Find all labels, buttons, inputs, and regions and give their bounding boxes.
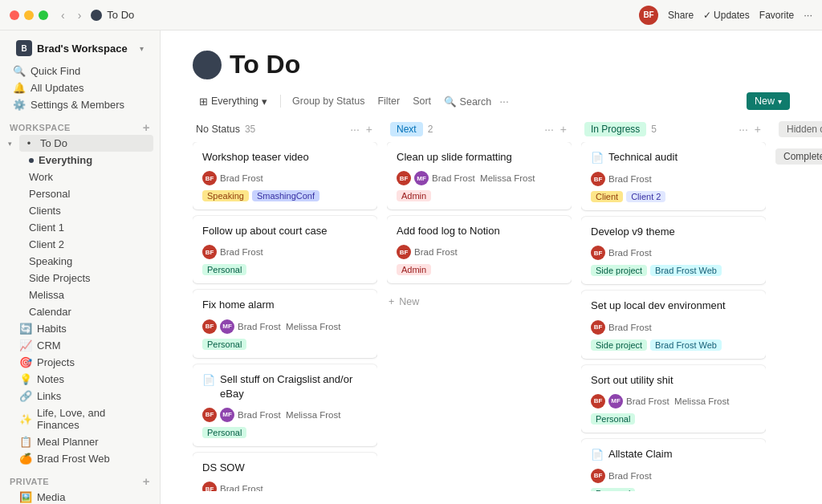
workspace-header[interactable]: B Brad's Workspace ▾ bbox=[10, 37, 150, 59]
sidebar-item-media[interactable]: 🖼️ Media bbox=[3, 489, 157, 504]
column-add-button[interactable]: + bbox=[753, 121, 763, 137]
card-user-name: Brad Frost bbox=[608, 248, 652, 258]
avatar-melissa: MF bbox=[414, 171, 429, 185]
column-add-button[interactable]: + bbox=[559, 121, 568, 137]
card-users: BF Brad Frost bbox=[202, 245, 368, 259]
card-develop-v9[interactable]: Develop v9 theme BF Brad Frost Side proj… bbox=[581, 217, 766, 284]
card-tags: Personal bbox=[202, 339, 368, 350]
sidebar-item-calendar[interactable]: Calendar bbox=[3, 303, 157, 320]
card-allstate[interactable]: 📄 Allstate Claim BF Brad Frost Personal bbox=[581, 439, 766, 491]
view-selector-button[interactable]: ⊞ Everything ▾ bbox=[193, 93, 274, 110]
card-ds-sow[interactable]: DS SOW BF Brad Frost Client Client 2 bbox=[193, 453, 377, 491]
more-options-button[interactable]: ··· bbox=[804, 9, 812, 21]
tag-personal: Personal bbox=[591, 413, 635, 425]
sidebar-item-brad-frost-web[interactable]: 🍊 Brad Frost Web bbox=[3, 450, 157, 467]
card-users: BF Brad Frost bbox=[202, 171, 368, 185]
add-workspace-item-button[interactable]: + bbox=[143, 121, 150, 133]
card-food-log[interactable]: Add food log to Notion BF Brad Frost Adm… bbox=[387, 216, 572, 283]
card-title: Fix home alarm bbox=[202, 298, 368, 312]
favorite-button[interactable]: Favorite bbox=[759, 10, 794, 21]
in-progress-cards: 📄 Technical audit BF Brad Frost Client C… bbox=[581, 142, 766, 491]
column-more-button[interactable]: ··· bbox=[348, 121, 361, 137]
sidebar-item-todo-row: ▾ • To Do bbox=[3, 135, 157, 152]
avatar-melissa: MF bbox=[608, 394, 623, 408]
sidebar-item-all-updates[interactable]: 🔔 All Updates bbox=[3, 79, 157, 96]
inprogress-count: 5 bbox=[651, 124, 657, 135]
sidebar-item-client2[interactable]: Client 2 bbox=[3, 236, 157, 253]
card-users: BF Brad Frost bbox=[397, 245, 562, 259]
bfw-icon: 🍊 bbox=[19, 453, 32, 465]
sidebar-item-melissa[interactable]: Melissa bbox=[3, 287, 157, 303]
sidebar-item-client1[interactable]: Client 1 bbox=[3, 219, 157, 236]
card-users: BF MF Brad Frost Melissa Frost bbox=[397, 171, 562, 185]
private-section-label: PRIVATE + bbox=[0, 467, 160, 489]
new-page-button[interactable]: New ▾ bbox=[747, 92, 790, 110]
card-user-name: Brad Frost Melissa Frost bbox=[432, 173, 535, 183]
sidebar-item-projects[interactable]: 🎯 Projects bbox=[3, 354, 157, 371]
sidebar-item-personal[interactable]: Personal bbox=[3, 185, 157, 202]
hidden-columns-header: Hidden columns bbox=[775, 116, 822, 142]
sidebar-item-crm[interactable]: 📈 CRM bbox=[3, 337, 157, 354]
sidebar-item-notes[interactable]: 💡 Notes bbox=[3, 371, 157, 388]
filter-button[interactable]: Filter bbox=[372, 93, 405, 109]
sidebar-item-quick-find[interactable]: 🔍 Quick Find bbox=[3, 63, 157, 79]
sidebar-item-work[interactable]: Work bbox=[3, 169, 157, 185]
card-tags: Admin bbox=[397, 264, 562, 275]
todo-toggle-arrow[interactable]: ▾ bbox=[3, 137, 16, 150]
search-button[interactable]: 🔍 Search bbox=[439, 93, 496, 110]
window-controls bbox=[10, 10, 48, 20]
close-dot[interactable] bbox=[10, 10, 19, 20]
column-in-progress: In Progress 5 ··· + 📄 Technical audit bbox=[581, 116, 766, 491]
card-workshop[interactable]: Workshop teaser video BF Brad Frost Spea… bbox=[193, 142, 377, 209]
sidebar-item-meal-planner[interactable]: 📋 Meal Planner bbox=[3, 433, 157, 450]
card-craigslist[interactable]: 📄 Sell stuff on Craigslist and/or eBay B… bbox=[193, 364, 377, 446]
sidebar-item-everything[interactable]: Everything bbox=[3, 152, 157, 169]
sidebar-item-clients[interactable]: Clients bbox=[3, 202, 157, 219]
minimize-dot[interactable] bbox=[24, 10, 34, 20]
completed-badge[interactable]: Completed 367 bbox=[775, 148, 822, 165]
next-count: 2 bbox=[428, 124, 433, 135]
maximize-dot[interactable] bbox=[39, 10, 48, 20]
sidebar-item-life-love[interactable]: ✨ Life, Love, and Finances bbox=[3, 404, 157, 433]
column-more-button[interactable]: ··· bbox=[737, 121, 750, 137]
card-user-name: Brad Frost Melissa Frost bbox=[238, 322, 340, 331]
avatar[interactable]: BF bbox=[639, 6, 658, 25]
updates-button[interactable]: ✓ Updates bbox=[703, 10, 750, 21]
card-utility[interactable]: Sort out utility shit BF MF Brad Frost M… bbox=[581, 365, 766, 433]
page-title: To Do bbox=[230, 50, 300, 79]
back-button[interactable]: ‹ bbox=[58, 7, 68, 23]
new-card-button-next[interactable]: + New bbox=[387, 293, 572, 311]
workspace-chevron-icon: ▾ bbox=[140, 44, 144, 53]
avatar-melissa: MF bbox=[220, 408, 234, 422]
card-title: Develop v9 theme bbox=[591, 225, 756, 239]
column-add-button[interactable]: + bbox=[364, 121, 374, 137]
forward-button[interactable]: › bbox=[75, 7, 85, 23]
sidebar-item-speaking[interactable]: Speaking bbox=[3, 253, 157, 270]
card-user-name: Brad Frost bbox=[220, 173, 263, 183]
card-slide-formatting[interactable]: Clean up slide formatting BF MF Brad Fro… bbox=[387, 142, 572, 209]
sidebar-item-links[interactable]: 🔗 Links bbox=[3, 388, 157, 404]
tag-smashing: SmashingConf bbox=[252, 190, 319, 201]
card-technical-audit[interactable]: 📄 Technical audit BF Brad Frost Client C… bbox=[581, 142, 766, 210]
sidebar-item-habits[interactable]: 🔄 Habits bbox=[3, 320, 157, 337]
column-more-button[interactable]: ··· bbox=[543, 121, 555, 137]
notes-icon: 💡 bbox=[19, 373, 32, 385]
card-local-dev[interactable]: Set up local dev environment BF Brad Fro… bbox=[581, 291, 766, 358]
avatar-brad: BF bbox=[591, 469, 605, 483]
sidebar-item-todo[interactable]: • To Do bbox=[19, 135, 153, 152]
card-tags: Personal bbox=[591, 488, 756, 491]
tag-speaking: Speaking bbox=[202, 190, 249, 201]
card-court-case[interactable]: Follow up about court case BF Brad Frost… bbox=[193, 216, 377, 283]
toolbar-more-button[interactable]: ··· bbox=[499, 95, 509, 108]
bullet-icon bbox=[29, 158, 34, 163]
properties-button[interactable]: Group by Status bbox=[287, 93, 369, 109]
card-users: BF Brad Frost bbox=[202, 482, 368, 491]
sidebar-item-settings[interactable]: ⚙️ Settings & Members bbox=[3, 96, 157, 113]
search-icon: 🔍 bbox=[444, 96, 457, 108]
share-button[interactable]: Share bbox=[668, 10, 694, 21]
card-alarm[interactable]: Fix home alarm BF MF Brad Frost Melissa … bbox=[193, 290, 377, 357]
card-title: Add food log to Notion bbox=[397, 224, 562, 238]
sidebar-item-side-projects[interactable]: Side Projects bbox=[3, 270, 157, 287]
sort-button[interactable]: Sort bbox=[408, 93, 436, 109]
add-private-item-button[interactable]: + bbox=[143, 475, 150, 487]
